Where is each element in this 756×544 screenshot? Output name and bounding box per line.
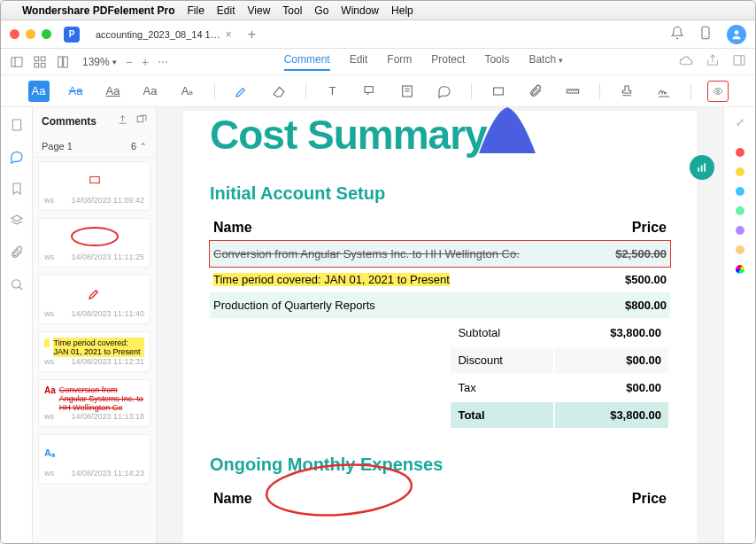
share-icon[interactable] (706, 53, 720, 70)
document-viewport[interactable]: Cost Summary Initial Account Setup Name … (157, 107, 723, 544)
callout-tool[interactable] (359, 81, 381, 102)
divider (599, 83, 600, 99)
close-window-button[interactable] (10, 29, 19, 39)
menu-help[interactable]: Help (391, 4, 413, 17)
note-tool[interactable] (397, 81, 418, 102)
summary-table: Subtotal$3,800.00 Discount$00.00 Tax$00.… (449, 318, 670, 430)
menu-edit[interactable]: Edit (217, 4, 235, 17)
zoom-control[interactable]: 139% ▾ (82, 56, 117, 68)
highlight-text-tool[interactable]: Aa (28, 81, 50, 102)
color-swatch[interactable] (736, 245, 744, 254)
comment-item[interactable]: ws14/08/2023 11:11:40 (38, 275, 150, 324)
tab-comment[interactable]: Comment (284, 53, 330, 71)
comment-item[interactable]: Aₐ ws14/08/2023 11:14:23 (38, 434, 150, 484)
svg-point-2 (735, 30, 739, 35)
left-sidebar-rail (1, 107, 33, 544)
export-comments-icon[interactable] (117, 114, 128, 128)
mobile-icon[interactable] (698, 26, 713, 43)
new-tab-button[interactable]: + (248, 27, 256, 43)
color-picker-icon[interactable] (736, 265, 744, 274)
expand-panel-icon[interactable]: ⤢ (736, 116, 744, 128)
comment-item[interactable]: ws14/08/2023 11:11:25 (38, 218, 150, 268)
collapse-icon[interactable]: ⌃ (140, 142, 147, 151)
comment-item[interactable]: Aa Conversion from Angular Systems Inc. … (38, 379, 150, 427)
tab-tools[interactable]: Tools (484, 53, 509, 71)
page-title: Cost Summary (210, 111, 670, 159)
tab-edit[interactable]: Edit (350, 53, 368, 71)
primary-toolbar: 139% ▾ − + ⋯ Comment Edit Form Protect T… (1, 49, 755, 75)
measure-tool[interactable] (562, 81, 583, 102)
os-menubar: Wondershare PDFelement Pro File Edit Vie… (1, 1, 755, 20)
comments-panel-icon[interactable] (10, 150, 24, 164)
color-swatch[interactable] (736, 226, 744, 235)
attachments-panel-icon[interactable] (10, 245, 24, 260)
minimize-window-button[interactable] (26, 29, 35, 39)
menu-file[interactable]: File (188, 4, 204, 17)
highlight-swatch-icon (44, 338, 50, 347)
svg-rect-3 (12, 57, 22, 66)
svg-line-28 (19, 287, 21, 290)
oval-annotation (259, 460, 419, 522)
highlighter-tool[interactable] (231, 81, 252, 102)
eraser-tool[interactable] (268, 81, 289, 102)
arrow-annotation (477, 107, 539, 155)
tab-protect[interactable]: Protect (431, 53, 465, 71)
hide-annotations-tool[interactable] (707, 81, 729, 102)
grid-view-icon[interactable] (33, 55, 47, 69)
table-row: Production of Quarterly Reports $800.00 (210, 292, 670, 318)
panel-right-icon[interactable] (732, 53, 746, 70)
document-tab[interactable]: accounting_2023_08_14 1… × (87, 23, 241, 46)
layers-icon[interactable] (10, 214, 24, 228)
color-swatch[interactable] (736, 148, 744, 157)
stamp-tool[interactable] (616, 81, 637, 102)
rectangle-tool[interactable] (488, 81, 509, 102)
color-swatch[interactable] (736, 167, 744, 176)
svg-rect-33 (701, 166, 703, 172)
page-view-icon[interactable] (56, 55, 70, 69)
comment-item[interactable]: Time period covered: JAN 01, 2021 to Pre… (38, 331, 150, 372)
strikethrough-tool[interactable]: Aa (66, 81, 87, 102)
svg-rect-9 (58, 57, 63, 67)
tab-batch[interactable]: Batch ▾ (528, 53, 563, 71)
menu-view[interactable]: View (248, 4, 271, 17)
menu-go[interactable]: Go (314, 4, 328, 17)
signature-tool[interactable] (653, 81, 675, 102)
close-tab-icon[interactable]: × (226, 28, 232, 41)
comment-item[interactable]: ws14/08/2023 11:09:42 (38, 161, 150, 211)
zoom-out-button[interactable]: − (126, 55, 133, 69)
main-area: Comments Page 1 6 ⌃ ws14/08/2023 11:09:4… (1, 107, 755, 544)
svg-point-27 (12, 280, 19, 288)
attachment-tool[interactable] (525, 81, 546, 102)
user-avatar[interactable] (727, 25, 746, 44)
bookmarks-icon[interactable] (10, 182, 24, 196)
tab-form[interactable]: Form (387, 53, 412, 71)
divider (690, 83, 691, 99)
zoom-in-button[interactable]: + (142, 55, 149, 69)
more-icon[interactable]: ⋯ (158, 56, 168, 68)
svg-rect-26 (12, 120, 20, 130)
window-controls (10, 29, 51, 39)
search-icon[interactable] (10, 277, 24, 291)
sidebar-toggle-icon[interactable] (10, 55, 24, 69)
menu-tool[interactable]: Tool (282, 4, 302, 17)
svg-point-25 (716, 89, 719, 92)
ai-assistant-button[interactable] (690, 155, 714, 180)
open-external-icon[interactable] (135, 114, 147, 128)
right-sidebar-rail: ⤢ (723, 107, 755, 544)
thumbnails-icon[interactable] (10, 118, 24, 132)
svg-rect-32 (698, 167, 699, 172)
cloud-icon[interactable] (679, 53, 693, 70)
app-name[interactable]: Wondershare PDFelement Pro (22, 4, 175, 17)
comment-toolbar: Aa Aa Aa Aa Aₐ T (1, 75, 755, 107)
maximize-window-button[interactable] (42, 29, 51, 39)
caret-tool[interactable]: Aₐ (177, 81, 198, 102)
notifications-icon[interactable] (670, 26, 684, 43)
color-swatch[interactable] (736, 206, 744, 215)
squiggly-tool[interactable]: Aa (140, 81, 161, 102)
comment-bubble-tool[interactable] (434, 81, 455, 102)
underline-tool[interactable]: Aa (103, 81, 124, 102)
zoom-value: 139% (82, 56, 110, 68)
color-swatch[interactable] (736, 187, 744, 196)
textbox-tool[interactable]: T (322, 81, 343, 102)
menu-window[interactable]: Window (341, 4, 379, 17)
